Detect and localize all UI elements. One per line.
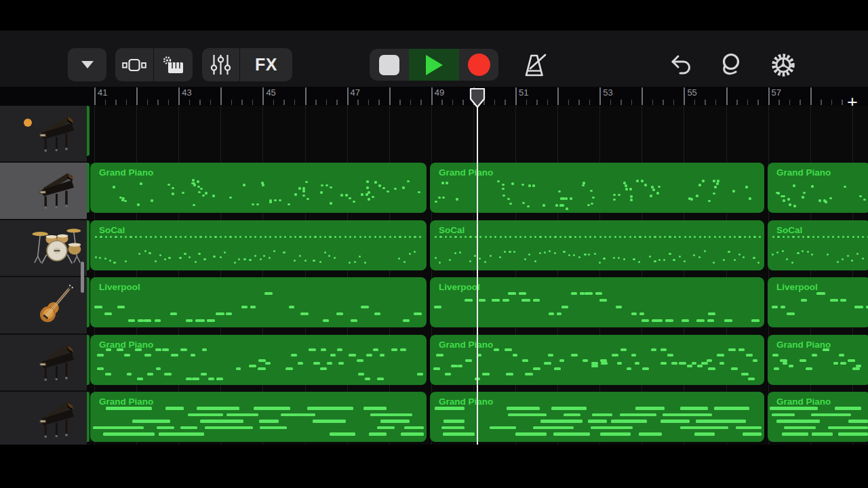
midi-note <box>105 236 107 238</box>
midi-region-liverpool[interactable]: Liverpool <box>90 277 427 327</box>
region-edge-sliver[interactable] <box>87 220 90 270</box>
midi-note <box>811 185 814 188</box>
track-header-1-grand-piano[interactable] <box>0 106 87 163</box>
ruler-beat-tick <box>757 100 759 105</box>
midi-note <box>839 354 845 357</box>
midi-note <box>288 203 290 206</box>
midi-region-grand-piano[interactable]: Grand Piano <box>430 392 764 442</box>
midi-region-grand-piano[interactable]: Grand Piano <box>90 163 427 213</box>
midi-region-grand-piano[interactable]: Grand Piano <box>430 163 764 213</box>
ruler-beat-tick <box>294 100 296 105</box>
midi-note <box>714 236 716 238</box>
midi-note <box>207 319 215 322</box>
midi-note <box>708 200 711 203</box>
midi-note <box>250 236 252 238</box>
midi-note <box>285 367 292 370</box>
metronome-button[interactable] <box>519 48 549 81</box>
midi-note <box>748 378 755 380</box>
loop-browser-button[interactable] <box>716 48 746 81</box>
region-label: Grand Piano <box>776 167 831 178</box>
midi-note <box>418 191 420 194</box>
midi-note <box>304 260 307 262</box>
undo-button[interactable] <box>667 48 696 81</box>
midi-note <box>224 251 226 253</box>
midi-note <box>693 254 695 256</box>
midi-note <box>289 306 295 308</box>
fx-button[interactable]: FX <box>240 48 292 81</box>
midi-region-liverpool[interactable]: Liverpool <box>768 277 868 327</box>
midi-note <box>600 359 607 362</box>
midi-note <box>349 197 351 200</box>
midi-note <box>299 255 301 257</box>
midi-note <box>772 253 774 256</box>
track-header-3-socal[interactable] <box>0 220 87 277</box>
midi-note <box>589 236 591 238</box>
midi-note <box>682 319 689 322</box>
midi-note <box>109 260 111 262</box>
midi-note <box>789 203 791 206</box>
midi-note <box>374 181 377 184</box>
record-button[interactable] <box>459 49 498 81</box>
region-edge-sliver[interactable] <box>87 163 90 213</box>
region-edge-sliver[interactable] <box>87 277 90 327</box>
midi-note <box>245 236 247 238</box>
midi-note <box>294 193 297 196</box>
region-edge-sliver[interactable] <box>87 392 90 442</box>
midi-note <box>738 253 741 256</box>
midi-note <box>334 236 336 238</box>
region-edge-sliver[interactable] <box>87 106 90 156</box>
midi-region-socal[interactable]: SoCal <box>90 220 427 270</box>
midi-note <box>568 254 570 256</box>
midi-note <box>165 407 184 410</box>
midi-note <box>446 182 448 184</box>
midi-region-grand-piano[interactable]: Grand Piano <box>430 335 764 385</box>
midi-note <box>862 258 864 260</box>
midi-note <box>863 199 866 201</box>
midi-note <box>783 362 787 365</box>
midi-region-socal[interactable]: SoCal <box>768 220 868 270</box>
midi-note <box>800 359 806 362</box>
midi-note <box>305 181 308 184</box>
playhead-handle[interactable] <box>469 87 486 109</box>
ruler-beat-tick <box>736 100 738 105</box>
midi-region-grand-piano[interactable]: Grand Piano <box>90 392 427 442</box>
midi-region-grand-piano[interactable]: Grand Piano <box>768 392 868 442</box>
ruler-beat-tick <box>273 100 275 105</box>
track-header-6-grand-piano[interactable] <box>0 392 87 445</box>
midi-note <box>774 367 779 370</box>
play-button[interactable] <box>409 49 459 81</box>
vertical-scroll-indicator[interactable] <box>81 262 84 293</box>
song-browser-button[interactable] <box>68 48 106 81</box>
track-view-button[interactable] <box>115 48 153 81</box>
midi-region-grand-piano[interactable]: Grand Piano <box>768 163 868 213</box>
midi-note <box>639 312 644 315</box>
midi-note <box>787 312 795 315</box>
midi-region-liverpool[interactable]: Liverpool <box>430 277 764 327</box>
timeline-ruler[interactable]: + 414345474951535557 <box>0 87 868 106</box>
midi-note <box>660 420 690 423</box>
midi-region-grand-piano[interactable]: Grand Piano <box>768 335 868 385</box>
midi-note <box>669 253 671 255</box>
mixer-button[interactable] <box>202 48 239 81</box>
settings-button[interactable] <box>768 48 798 81</box>
midi-note <box>776 251 778 253</box>
stop-button[interactable] <box>370 49 409 81</box>
app-window: FX <box>0 30 868 445</box>
midi-note <box>833 362 838 365</box>
instrument-view-button[interactable] <box>154 48 193 81</box>
track-header-4-liverpool[interactable] <box>0 277 87 334</box>
midi-note <box>184 253 186 255</box>
midi-note <box>812 354 817 357</box>
midi-note <box>713 192 715 195</box>
midi-note <box>372 196 374 199</box>
midi-note <box>840 362 846 365</box>
midi-note <box>482 373 490 375</box>
midi-region-grand-piano[interactable]: Grand Piano <box>90 335 427 385</box>
midi-note <box>261 182 264 184</box>
region-edge-sliver[interactable] <box>87 335 90 385</box>
midi-region-socal[interactable]: SoCal <box>430 220 764 270</box>
track-header-2-grand-piano[interactable] <box>0 163 87 220</box>
midi-note <box>369 432 386 436</box>
midi-note <box>698 184 701 186</box>
track-header-5-grand-piano[interactable] <box>0 335 87 392</box>
